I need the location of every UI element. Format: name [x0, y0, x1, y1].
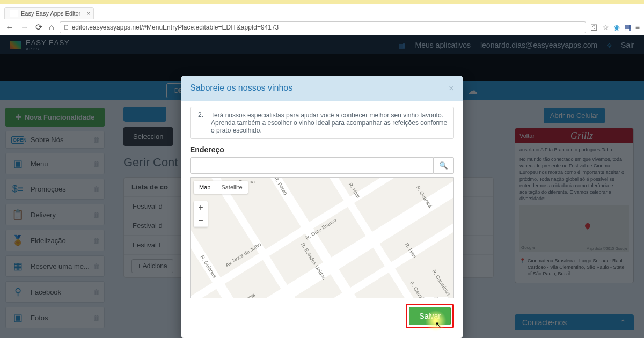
address-label: Endereço [190, 145, 454, 154]
modal: Saboreie os nossos vinhos × 2. Terá noss… [181, 76, 463, 338]
address-input[interactable] [190, 157, 434, 174]
browser-tab[interactable]: Easy Easy Apps Editor × [4, 7, 94, 19]
ext-icon[interactable]: ◉ [613, 23, 620, 32]
menu-icon[interactable]: ≡ [635, 23, 640, 32]
back-icon[interactable]: ← [4, 21, 15, 33]
search-icon: 🔍 [439, 161, 448, 170]
url-input[interactable]: 🗋 editor.easyeasyapps.net/#MenuEntryPlac… [60, 21, 586, 33]
search-button[interactable]: 🔍 [434, 157, 454, 174]
zoom-control[interactable]: + − [194, 201, 208, 227]
home-icon[interactable]: ⌂ [48, 21, 55, 33]
modal-close-icon[interactable]: × [449, 83, 454, 94]
url-text: editor.easyeasyapps.net/#MenuEntryPlace:… [72, 24, 279, 31]
reload-icon[interactable]: ⟳ [34, 21, 43, 33]
map-widget[interactable]: Scarpa R. Parag R. Haiti R. Guarará Av. … [190, 177, 454, 298]
modal-overlay: Saboreie os nossos vinhos × 2. Terá noss… [0, 35, 644, 338]
browser-tabs: Easy Easy Apps Editor × [0, 4, 644, 19]
page-info-icon: 🗋 [63, 24, 70, 31]
description-box: 2. Terá nossos especialistas para ajudar… [190, 107, 454, 139]
tab-title: Easy Easy Apps Editor [21, 10, 80, 17]
modal-title: Saboreie os nossos vinhos [190, 83, 292, 94]
tab-close-icon[interactable]: × [87, 10, 90, 17]
clear-location-icon[interactable]: ✖ [437, 297, 449, 298]
save-highlight: Salvar [406, 304, 454, 328]
favicon [10, 10, 18, 17]
save-button[interactable]: Salvar [409, 307, 451, 325]
key-icon[interactable]: ⚿ [590, 23, 598, 32]
locate-icon[interactable]: ➤ [423, 297, 435, 298]
forward-icon: → [19, 21, 30, 33]
star-icon[interactable]: ☆ [602, 23, 609, 32]
zoom-in-icon[interactable]: + [194, 201, 208, 214]
address-bar: ← → ⟳ ⌂ 🗋 editor.easyeasyapps.net/#MenuE… [0, 19, 644, 35]
zoom-out-icon[interactable]: − [194, 214, 208, 227]
map-type-toggle[interactable]: Map Satellite [194, 181, 248, 194]
ext2-icon[interactable]: ▦ [624, 23, 631, 32]
